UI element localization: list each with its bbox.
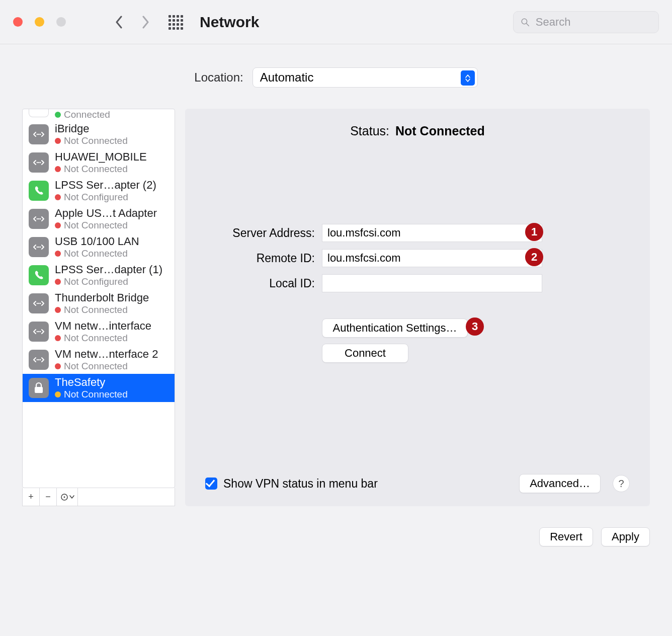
interface-name: VM netw…interface bbox=[55, 320, 151, 333]
ethernet-icon bbox=[29, 209, 49, 229]
footer-buttons: Revert Apply bbox=[0, 516, 672, 546]
svg-point-7 bbox=[40, 162, 41, 164]
svg-point-14 bbox=[37, 303, 38, 304]
interface-status: Not Connected bbox=[64, 389, 128, 400]
sidebar-item-7[interactable]: VM netw…interfaceNot Connected bbox=[23, 317, 175, 346]
details-pane: Status: Not Connected Server Address: Re… bbox=[185, 109, 650, 506]
svg-point-22 bbox=[40, 359, 41, 361]
sidebar-item-4[interactable]: USB 10/100 LANNot Connected bbox=[23, 233, 175, 261]
ethernet-icon bbox=[29, 293, 49, 313]
add-interface-button[interactable]: + bbox=[23, 488, 40, 506]
search-input[interactable] bbox=[535, 15, 651, 29]
svg-point-13 bbox=[40, 247, 41, 248]
ethernet-icon bbox=[29, 322, 49, 342]
sidebar-item-0[interactable]: iBridgeNot Connected bbox=[23, 120, 175, 148]
svg-point-17 bbox=[37, 331, 38, 333]
help-button[interactable]: ? bbox=[613, 475, 630, 492]
zoom-button[interactable] bbox=[56, 17, 66, 27]
svg-rect-23 bbox=[35, 387, 43, 393]
remove-interface-button[interactable]: − bbox=[40, 488, 57, 506]
status-dot-icon bbox=[55, 112, 61, 118]
svg-point-2 bbox=[37, 134, 38, 135]
sidebar-item-8[interactable]: VM netw…nterface 2Not Connected bbox=[23, 346, 175, 374]
sidebar-item-5[interactable]: LPSS Ser…dapter (1)Not Configured bbox=[23, 261, 175, 289]
svg-point-20 bbox=[37, 359, 38, 361]
back-button[interactable] bbox=[110, 10, 128, 34]
interface-name: Thunderbolt Bridge bbox=[55, 291, 149, 304]
interface-status: Not Configured bbox=[64, 276, 128, 287]
annotation-badge-2: 2 bbox=[525, 248, 543, 266]
updown-icon bbox=[461, 70, 475, 86]
interface-name: LPSS Ser…apter (2) bbox=[55, 179, 156, 192]
svg-point-3 bbox=[38, 134, 40, 135]
interface-name: iBridge bbox=[55, 122, 128, 135]
svg-point-8 bbox=[37, 218, 38, 220]
more-actions-button[interactable] bbox=[57, 488, 78, 506]
revert-button[interactable]: Revert bbox=[539, 527, 593, 546]
show-vpn-checkbox[interactable] bbox=[205, 478, 217, 490]
status-dot-icon bbox=[55, 194, 61, 200]
status-dot-icon bbox=[55, 166, 61, 172]
interface-name: USB 10/100 LAN bbox=[55, 235, 139, 248]
show-vpn-label: Show VPN status in menu bar bbox=[223, 477, 378, 491]
show-all-icon[interactable] bbox=[169, 15, 183, 29]
sidebar-item-6[interactable]: Thunderbolt BridgeNot Connected bbox=[23, 289, 175, 317]
status-dot-icon bbox=[55, 363, 61, 369]
sidebar-item-partial[interactable]: Connected bbox=[23, 109, 175, 120]
annotation-badge-1: 1 bbox=[525, 223, 543, 241]
svg-point-15 bbox=[38, 303, 40, 304]
local-id-input[interactable] bbox=[322, 274, 542, 292]
sidebar-item-1[interactable]: HUAWEI_MOBILENot Connected bbox=[23, 148, 175, 177]
status-dot-icon bbox=[55, 222, 61, 228]
svg-point-25 bbox=[63, 496, 65, 498]
svg-point-4 bbox=[40, 134, 41, 135]
interface-name: Apple US…t Adapter bbox=[55, 207, 157, 220]
local-id-row: Local ID: bbox=[205, 274, 630, 292]
svg-point-10 bbox=[40, 218, 41, 220]
interface-name: VM netw…nterface 2 bbox=[55, 348, 158, 361]
interface-list[interactable]: Connected iBridgeNot ConnectedHUAWEI_MOB… bbox=[22, 109, 175, 488]
location-dropdown[interactable]: Automatic bbox=[253, 67, 478, 88]
interface-status: Not Connected bbox=[64, 135, 128, 146]
remote-id-input[interactable] bbox=[322, 249, 542, 267]
forward-button[interactable] bbox=[136, 10, 154, 34]
chevron-right-icon bbox=[141, 16, 149, 29]
chevron-down-icon bbox=[69, 495, 74, 499]
apply-button[interactable]: Apply bbox=[601, 527, 650, 546]
toolbar: Network bbox=[0, 0, 672, 44]
advanced-button[interactable]: Advanced… bbox=[519, 474, 601, 493]
status-dot-icon bbox=[55, 138, 61, 144]
server-address-input[interactable] bbox=[322, 224, 542, 242]
svg-point-5 bbox=[37, 162, 38, 164]
server-address-label: Server Address: bbox=[205, 226, 315, 240]
interface-status: Not Connected bbox=[64, 304, 128, 315]
status-dot-icon bbox=[55, 251, 61, 257]
svg-point-12 bbox=[38, 247, 40, 248]
minimize-button[interactable] bbox=[35, 17, 44, 27]
location-label: Location: bbox=[194, 70, 243, 85]
network-prefs-window: Network Location: Automatic bbox=[0, 0, 672, 636]
svg-point-21 bbox=[38, 359, 40, 361]
close-button[interactable] bbox=[13, 17, 23, 27]
annotation-badge-3: 3 bbox=[466, 317, 484, 336]
sidebar-item-3[interactable]: Apple US…t AdapterNot Connected bbox=[23, 205, 175, 233]
interface-name: TheSafety bbox=[55, 376, 128, 389]
ethernet-icon bbox=[29, 124, 49, 144]
auth-settings-button[interactable]: Authentication Settings… bbox=[322, 319, 468, 338]
svg-point-6 bbox=[38, 162, 40, 164]
sidebar-item-2[interactable]: LPSS Ser…apter (2)Not Configured bbox=[23, 177, 175, 205]
interface-status: Not Connected bbox=[64, 164, 128, 175]
search-field[interactable] bbox=[513, 11, 659, 33]
phone-icon bbox=[29, 265, 49, 285]
remote-id-row: Remote ID: bbox=[205, 249, 630, 267]
interface-name: HUAWEI_MOBILE bbox=[55, 150, 147, 164]
chevron-left-icon bbox=[115, 16, 123, 29]
sidebar-item-9[interactable]: TheSafetyNot Connected bbox=[23, 374, 175, 402]
remote-id-label: Remote ID: bbox=[205, 252, 315, 265]
connect-button[interactable]: Connect bbox=[322, 344, 408, 363]
sidebar-footbar: + − bbox=[22, 488, 175, 506]
gear-menu-icon bbox=[60, 493, 69, 502]
ethernet-icon bbox=[29, 152, 49, 173]
window-title: Network bbox=[200, 14, 259, 31]
status-label: Status: bbox=[350, 124, 389, 138]
